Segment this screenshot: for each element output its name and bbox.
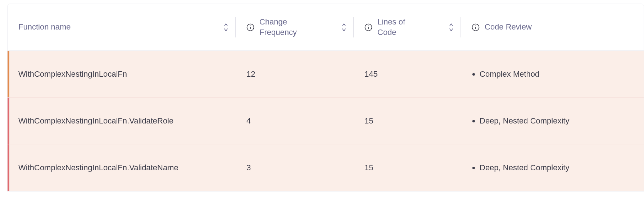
svg-point-4 [368, 25, 369, 26]
functions-table: Function name Change Frequency [7, 4, 644, 192]
table-row[interactable]: WithComplexNestingInLocalFn.ValidateName… [8, 144, 644, 191]
column-header-change-frequency[interactable]: Change Frequency [236, 4, 354, 50]
cell-change-frequency: 3 [236, 163, 354, 172]
info-icon[interactable] [364, 23, 372, 31]
sort-icon[interactable] [449, 23, 454, 31]
cell-change-frequency: 4 [236, 116, 354, 126]
cell-code-review: Deep, Nested Complexity [461, 163, 644, 172]
severity-indicator [8, 51, 9, 97]
cell-function-name: WithComplexNestingInLocalFn [18, 69, 236, 79]
svg-point-1 [250, 25, 251, 26]
column-label: Function name [18, 22, 71, 32]
column-label: Change [259, 17, 297, 27]
severity-indicator [8, 98, 9, 144]
info-icon[interactable] [472, 23, 480, 31]
cell-code-review: Complex Method [461, 69, 644, 79]
review-item: Complex Method [480, 69, 636, 79]
info-icon[interactable] [246, 23, 254, 31]
review-item: Deep, Nested Complexity [480, 163, 636, 172]
table-row[interactable]: WithComplexNestingInLocalFn 12 145 Compl… [8, 51, 644, 98]
column-header-code-review[interactable]: Code Review [461, 4, 644, 50]
sort-icon[interactable] [341, 23, 346, 31]
table-header: Function name Change Frequency [8, 4, 644, 51]
table-row[interactable]: WithComplexNestingInLocalFn.ValidateRole… [8, 98, 644, 144]
column-label: Frequency [259, 27, 297, 38]
cell-lines-of-code: 15 [354, 116, 461, 126]
cell-function-name: WithComplexNestingInLocalFn.ValidateName [18, 163, 236, 172]
cell-lines-of-code: 145 [354, 69, 461, 79]
column-label: Lines of [377, 17, 405, 27]
column-label: Code [377, 27, 405, 38]
svg-point-7 [475, 25, 476, 26]
table-body: WithComplexNestingInLocalFn 12 145 Compl… [8, 51, 644, 191]
column-header-function-name[interactable]: Function name [18, 4, 236, 50]
severity-indicator [8, 144, 9, 191]
column-header-lines-of-code[interactable]: Lines of Code [354, 4, 461, 50]
cell-code-review: Deep, Nested Complexity [461, 116, 644, 126]
cell-lines-of-code: 15 [354, 163, 461, 172]
svg-rect-8 [475, 27, 476, 29]
svg-rect-5 [368, 27, 369, 29]
review-item: Deep, Nested Complexity [480, 116, 636, 126]
column-label: Code Review [485, 22, 532, 32]
cell-function-name: WithComplexNestingInLocalFn.ValidateRole [18, 116, 236, 126]
svg-rect-2 [250, 27, 251, 29]
cell-change-frequency: 12 [236, 69, 354, 79]
sort-icon[interactable] [223, 23, 228, 31]
